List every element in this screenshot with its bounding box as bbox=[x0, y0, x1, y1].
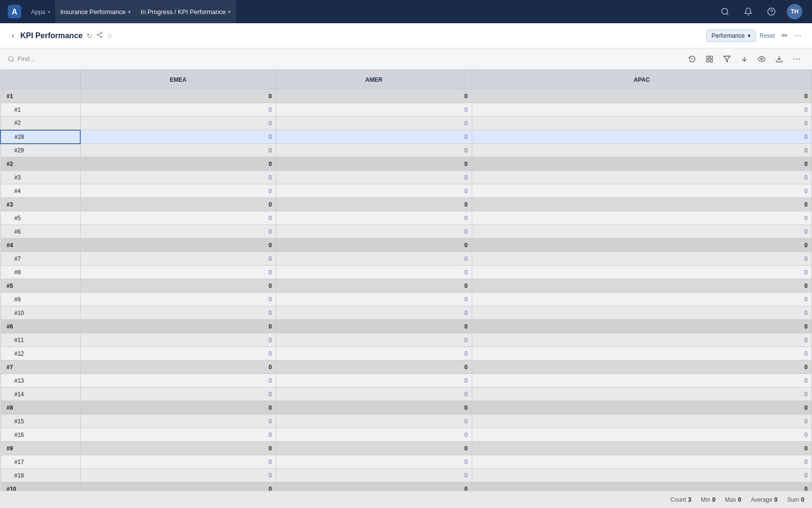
row-label: #10 bbox=[0, 306, 80, 320]
nav-apps[interactable]: Apps ▾ bbox=[26, 0, 56, 23]
row-label: #3 bbox=[0, 171, 80, 184]
amer-value: 0 bbox=[276, 103, 472, 117]
amer-value: 0 bbox=[276, 455, 472, 469]
apac-value: 0 bbox=[472, 252, 812, 266]
amer-value: 0 bbox=[276, 428, 472, 442]
row-label: #4 bbox=[0, 239, 80, 252]
table-row[interactable]: #9000 bbox=[0, 293, 812, 306]
emea-value: 0 bbox=[80, 306, 276, 320]
row-label: #2 bbox=[0, 117, 80, 130]
row-label: #14 bbox=[0, 388, 80, 401]
apac-value: 0 bbox=[472, 144, 812, 157]
view-icon-btn[interactable] bbox=[754, 51, 769, 67]
table-row[interactable]: #12000 bbox=[0, 347, 812, 360]
top-nav: A Apps ▾ Insurance Performance ▾ In Prog… bbox=[0, 0, 812, 23]
share-icon[interactable] bbox=[96, 31, 103, 40]
amer-value: 0 bbox=[276, 90, 472, 103]
amer-value: 0 bbox=[276, 225, 472, 239]
table-row[interactable]: #6000 bbox=[0, 225, 812, 239]
table-row[interactable]: #5000 bbox=[0, 279, 812, 293]
svg-rect-13 bbox=[707, 56, 709, 59]
grid-icon-btn[interactable] bbox=[702, 51, 717, 67]
edit-button[interactable]: ✏ bbox=[779, 29, 791, 42]
svg-point-2 bbox=[722, 8, 727, 14]
export-icon-btn[interactable] bbox=[771, 51, 787, 67]
table-row[interactable]: #4000 bbox=[0, 184, 812, 198]
table-row[interactable]: #9000 bbox=[0, 442, 812, 455]
more-toolbar-btn[interactable]: ⋯ bbox=[789, 51, 804, 67]
table-row[interactable]: #11000 bbox=[0, 333, 812, 347]
emea-value: 0 bbox=[80, 117, 276, 130]
sort-icon-btn[interactable] bbox=[737, 51, 752, 67]
row-label: #3 bbox=[0, 198, 80, 211]
table-row[interactable]: #7000 bbox=[0, 252, 812, 266]
table-row[interactable]: #3000 bbox=[0, 198, 812, 211]
table-row[interactable]: #2000 bbox=[0, 157, 812, 171]
table-row[interactable]: #5000 bbox=[0, 211, 812, 225]
svg-point-19 bbox=[761, 58, 763, 60]
svg-point-11 bbox=[9, 56, 13, 60]
count-status: Count 3 bbox=[670, 496, 691, 503]
table-row[interactable]: #6000 bbox=[0, 320, 812, 333]
table-row[interactable]: #8000 bbox=[0, 266, 812, 279]
filter-icon-btn[interactable] bbox=[719, 51, 735, 67]
table-row[interactable]: #10000 bbox=[0, 482, 812, 491]
row-label: #29 bbox=[0, 144, 80, 157]
apac-value: 0 bbox=[472, 225, 812, 239]
table-row[interactable]: #7000 bbox=[0, 360, 812, 374]
star-icon[interactable]: ☆ bbox=[107, 32, 113, 40]
table-row[interactable]: #13000 bbox=[0, 374, 812, 388]
emea-value: 0 bbox=[80, 279, 276, 293]
max-value: 0 bbox=[738, 496, 741, 503]
back-button[interactable]: ‹ bbox=[8, 29, 18, 43]
app-logo[interactable]: A bbox=[6, 5, 26, 18]
col-header-emea: EMEA bbox=[80, 70, 276, 90]
avatar[interactable]: TH bbox=[787, 4, 802, 19]
table-row[interactable]: #15000 bbox=[0, 415, 812, 428]
row-label: #6 bbox=[0, 225, 80, 239]
history-icon-btn[interactable] bbox=[684, 51, 700, 67]
apac-value: 0 bbox=[472, 239, 812, 252]
table-row[interactable]: #8000 bbox=[0, 401, 812, 415]
apac-value: 0 bbox=[472, 428, 812, 442]
help-icon-btn[interactable] bbox=[764, 4, 779, 19]
table-row[interactable]: #16000 bbox=[0, 428, 812, 442]
table-row[interactable]: #2000 bbox=[0, 117, 812, 130]
kpi-chevron-icon: ▾ bbox=[228, 9, 231, 15]
min-label: Min bbox=[701, 496, 710, 503]
reset-button[interactable]: Reset bbox=[756, 30, 779, 42]
page-title: KPI Performance bbox=[20, 31, 83, 40]
table-row[interactable]: #10000 bbox=[0, 306, 812, 320]
table-row[interactable]: #3000 bbox=[0, 171, 812, 184]
table-row[interactable]: #4000 bbox=[0, 239, 812, 252]
svg-point-7 bbox=[97, 34, 99, 36]
row-label: #12 bbox=[0, 347, 80, 360]
table-row[interactable]: #18000 bbox=[0, 469, 812, 482]
search-icon-btn[interactable] bbox=[717, 4, 733, 19]
table-row[interactable]: #1000 bbox=[0, 103, 812, 117]
performance-label: Performance bbox=[711, 32, 745, 39]
insurance-performance-label: Insurance Performance bbox=[60, 8, 126, 15]
table-row[interactable]: #1000 bbox=[0, 90, 812, 103]
table-row[interactable]: #29000 bbox=[0, 144, 812, 157]
nav-kpi-performance[interactable]: In Progress / KPI Performance ▾ bbox=[136, 0, 236, 23]
search-area[interactable]: Find... bbox=[8, 55, 684, 62]
performance-dropdown-btn[interactable]: Performance ▾ bbox=[706, 30, 756, 42]
row-label: #7 bbox=[0, 360, 80, 374]
table-row[interactable]: #28000 bbox=[0, 130, 812, 144]
more-options-button[interactable]: ⋯ bbox=[791, 29, 804, 42]
emea-value: 0 bbox=[80, 211, 276, 225]
emea-value: 0 bbox=[80, 415, 276, 428]
refresh-icon[interactable]: ↻ bbox=[87, 32, 92, 40]
svg-rect-16 bbox=[710, 60, 712, 62]
apac-value: 0 bbox=[472, 333, 812, 347]
table-row[interactable]: #17000 bbox=[0, 455, 812, 469]
row-label: #18 bbox=[0, 469, 80, 482]
svg-line-10 bbox=[99, 33, 101, 34]
apac-value: 0 bbox=[472, 306, 812, 320]
nav-insurance-performance[interactable]: Insurance Performance ▾ bbox=[56, 0, 136, 23]
notifications-icon-btn[interactable] bbox=[740, 4, 756, 19]
table-row[interactable]: #14000 bbox=[0, 388, 812, 401]
row-label: #11 bbox=[0, 333, 80, 347]
apac-value: 0 bbox=[472, 455, 812, 469]
